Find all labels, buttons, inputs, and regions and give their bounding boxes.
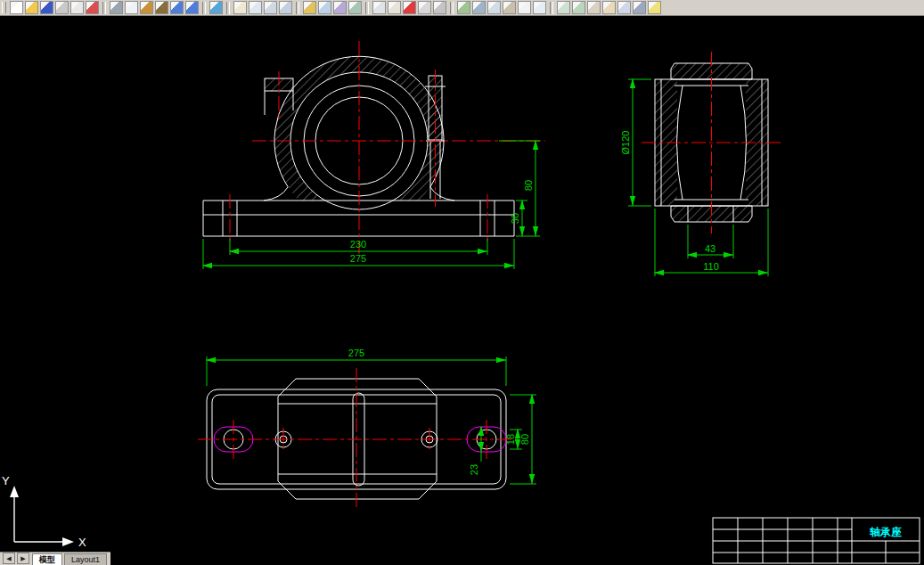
render-icon[interactable]	[633, 1, 646, 14]
design-center-icon[interactable]	[333, 1, 347, 14]
toolbar-separator	[550, 2, 553, 14]
toolbar-separator	[450, 2, 454, 14]
paste-icon[interactable]	[140, 1, 153, 14]
copy-icon[interactable]	[125, 1, 138, 14]
dim-text-275: 275	[350, 253, 366, 264]
insert-block-icon[interactable]	[472, 1, 486, 14]
zoom-window-icon[interactable]	[264, 1, 277, 14]
dim-text-110: 110	[703, 261, 719, 272]
zoom-realtime-icon[interactable]	[249, 1, 262, 14]
redo-icon[interactable]	[185, 1, 199, 14]
print-preview-icon[interactable]	[70, 1, 84, 14]
undo-icon[interactable]	[170, 1, 184, 14]
lineweight-control-icon[interactable]	[433, 1, 446, 14]
tab-scroll-right-button[interactable]: ▶	[17, 553, 29, 564]
regen-icon[interactable]	[587, 1, 601, 14]
part-name-text: 轴承座	[869, 526, 902, 538]
front-right-fillet	[430, 187, 454, 201]
region-icon[interactable]	[503, 1, 516, 14]
ucs-icon: Y X	[2, 474, 86, 549]
color-control-icon[interactable]	[403, 1, 416, 14]
front-left-fillet	[264, 187, 288, 201]
autocad-window: 230 275 30 80	[0, 0, 924, 565]
tool-palettes-icon[interactable]	[348, 1, 362, 14]
ucs-x-arrow	[62, 537, 74, 546]
ucs-y-label: Y	[2, 474, 10, 487]
toolbar-separator	[296, 2, 299, 14]
toolbar-separator	[226, 2, 230, 14]
dim-text-275-plan: 275	[348, 348, 364, 358]
distance-icon[interactable]	[303, 1, 316, 14]
layer-previous-icon[interactable]	[388, 1, 401, 14]
match-properties-icon[interactable]	[155, 1, 168, 14]
named-views-icon[interactable]	[557, 1, 570, 14]
ucs-x-label: X	[78, 536, 86, 549]
dim-text-80-plan: 80	[519, 434, 530, 445]
dim-text-80: 80	[523, 180, 534, 191]
linetype-control-icon[interactable]	[418, 1, 431, 14]
hatch-icon[interactable]	[487, 1, 501, 14]
dim-text-18: 18	[505, 434, 516, 445]
toolbar-separator	[102, 2, 106, 14]
insert-hyperlink-icon[interactable]	[209, 1, 223, 14]
plot-icon[interactable]	[55, 1, 69, 14]
tab-layout1[interactable]: Layout1	[64, 553, 107, 565]
3d-orbit-icon[interactable]	[572, 1, 585, 14]
layers-icon[interactable]	[372, 1, 386, 14]
ucs-icon[interactable]	[617, 1, 631, 14]
help-icon[interactable]	[648, 1, 661, 14]
pan-realtime-icon[interactable]	[233, 1, 247, 14]
dim-text-23: 23	[469, 464, 479, 475]
front-view: 230 275 30 80	[203, 41, 545, 269]
toolbar-icons	[9, 1, 662, 14]
dim-text-230: 230	[350, 239, 366, 250]
text-icon[interactable]	[518, 1, 531, 14]
title-block: 轴承座	[713, 518, 920, 563]
toolbar-grip[interactable]	[2, 2, 6, 13]
tab-scroll-left-button[interactable]: ◀	[3, 553, 15, 564]
plan-view: 275 18 80 23	[198, 348, 536, 508]
model-space-canvas[interactable]: 230 275 30 80	[0, 0, 924, 565]
new-icon[interactable]	[10, 1, 23, 14]
table-icon[interactable]	[533, 1, 546, 14]
ucs-y-arrow	[10, 486, 19, 497]
zoom-previous-icon[interactable]	[279, 1, 292, 14]
tab-model[interactable]: 模型	[32, 553, 62, 565]
dim-text-dia120: Ø120	[620, 131, 631, 155]
top-toolbar	[0, 0, 924, 16]
make-block-icon[interactable]	[457, 1, 470, 14]
dim-text-43: 43	[705, 243, 715, 254]
side-view: Ø120 43 110	[620, 52, 781, 276]
spelling-icon[interactable]	[86, 1, 99, 14]
toolbar-separator	[202, 2, 206, 14]
open-icon[interactable]	[25, 1, 38, 14]
toolbar-separator	[365, 2, 369, 14]
save-icon[interactable]	[40, 1, 53, 14]
properties-icon[interactable]	[318, 1, 331, 14]
cut-icon[interactable]	[110, 1, 123, 14]
layout-tab-bar: ◀ ▶ 模型 Layout1	[0, 552, 110, 565]
osnap-settings-icon[interactable]	[602, 1, 616, 14]
dim-text-30: 30	[510, 213, 520, 224]
